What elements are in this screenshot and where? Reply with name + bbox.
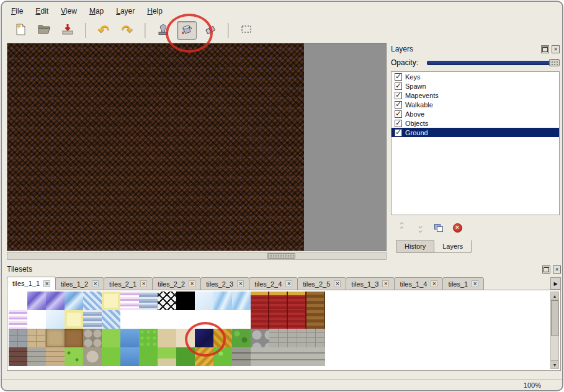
fill-tool-button[interactable] bbox=[177, 21, 197, 40]
tile-brickg2[interactable] bbox=[251, 347, 269, 366]
tile-bluestripe[interactable] bbox=[83, 310, 102, 329]
tile-stonecircle[interactable] bbox=[83, 347, 102, 366]
tile-wood[interactable] bbox=[307, 292, 325, 310]
tile-waterp[interactable] bbox=[27, 292, 46, 310]
new-map-button[interactable] bbox=[11, 21, 30, 40]
tileset-tab[interactable]: tiles_2_3 bbox=[200, 277, 249, 290]
tile-brickdark[interactable] bbox=[9, 347, 27, 366]
tile-navy[interactable] bbox=[195, 329, 213, 347]
tile-carpet[interactable] bbox=[269, 310, 288, 329]
tileset-vertical-scrollbar[interactable]: ▲ ▼ bbox=[550, 292, 559, 369]
tile-empty[interactable] bbox=[195, 310, 213, 329]
layer-row[interactable]: Above bbox=[392, 109, 559, 118]
tile-dirt[interactable] bbox=[65, 329, 83, 347]
scroll-down-arrow[interactable]: ▼ bbox=[551, 360, 558, 368]
tile-sand[interactable] bbox=[158, 329, 176, 347]
rect-select-tool-button[interactable] bbox=[236, 21, 256, 40]
tile-wicker2[interactable] bbox=[195, 347, 213, 366]
close-tab-icon[interactable] bbox=[237, 280, 244, 287]
tile-waterl[interactable] bbox=[232, 292, 251, 310]
save-map-button[interactable] bbox=[58, 21, 78, 40]
tile-grassedge[interactable] bbox=[158, 347, 176, 366]
close-panel-icon[interactable] bbox=[553, 265, 561, 274]
tile-brickg2[interactable] bbox=[269, 347, 288, 366]
map-view[interactable] bbox=[7, 43, 387, 251]
eraser-tool-button[interactable] bbox=[200, 21, 220, 40]
tile-empty[interactable] bbox=[139, 310, 158, 329]
close-tab-icon[interactable] bbox=[431, 280, 437, 287]
layer-visibility-checkbox[interactable] bbox=[395, 101, 402, 109]
tile-tufts[interactable] bbox=[65, 347, 83, 366]
tile-empty[interactable] bbox=[176, 310, 195, 329]
duplicate-layer-button[interactable] bbox=[433, 223, 444, 233]
open-map-button[interactable] bbox=[34, 21, 54, 40]
tile-grassdark[interactable] bbox=[176, 347, 195, 366]
layer-visibility-checkbox[interactable] bbox=[395, 92, 402, 99]
tab-scroll-right-button[interactable] bbox=[550, 277, 561, 290]
close-panel-icon[interactable] bbox=[552, 45, 560, 53]
tile-stonegray[interactable] bbox=[9, 329, 27, 347]
tile-sandlight[interactable] bbox=[176, 329, 195, 347]
tile-bricktan[interactable] bbox=[46, 347, 65, 366]
layer-visibility-checkbox[interactable] bbox=[395, 120, 402, 127]
tile-yellowpane[interactable] bbox=[65, 310, 83, 329]
close-tab-icon[interactable] bbox=[43, 280, 50, 287]
tile-carpettop[interactable] bbox=[251, 292, 269, 310]
tile-rocks[interactable] bbox=[251, 329, 269, 347]
close-tab-icon[interactable] bbox=[472, 280, 478, 287]
tile-grassb[interactable] bbox=[102, 329, 120, 347]
layer-row[interactable]: Mapevents bbox=[392, 91, 559, 100]
tile-waterp[interactable] bbox=[46, 292, 65, 310]
tile-wicker[interactable] bbox=[213, 329, 232, 347]
close-tab-icon[interactable] bbox=[334, 280, 341, 287]
layer-visibility-checkbox[interactable] bbox=[395, 129, 402, 136]
scroll-up-arrow[interactable]: ▲ bbox=[551, 292, 558, 300]
tile-brickg[interactable] bbox=[288, 329, 307, 347]
tile-brickg[interactable] bbox=[269, 329, 288, 347]
tile-cracked[interactable] bbox=[46, 329, 65, 347]
redo-button[interactable]: ↷ bbox=[117, 21, 137, 40]
tile-waterd[interactable] bbox=[120, 329, 139, 347]
tile-paleblue2[interactable] bbox=[46, 310, 65, 329]
tileset-tab[interactable]: tiles_1 bbox=[442, 277, 484, 290]
map-horizontal-scrollbar[interactable] bbox=[7, 252, 387, 260]
tile-grassb2[interactable] bbox=[102, 347, 120, 366]
tileset-tab[interactable]: tiles_2_2 bbox=[152, 277, 201, 290]
tile-brickrow[interactable] bbox=[232, 347, 251, 366]
close-tab-icon[interactable] bbox=[92, 280, 99, 287]
tile-brickgray2[interactable] bbox=[27, 347, 46, 366]
panel-tab[interactable]: Layers bbox=[434, 240, 472, 253]
opacity-slider-handle[interactable] bbox=[549, 59, 560, 66]
tile-brickg2[interactable] bbox=[288, 347, 307, 366]
lower-layer-button[interactable]: ⌄⌄ bbox=[414, 223, 426, 233]
tile-stonetan[interactable] bbox=[27, 329, 46, 347]
tileset-tab[interactable]: tiles_1_4 bbox=[394, 277, 443, 290]
tile-carpettop[interactable] bbox=[269, 292, 288, 310]
opacity-slider-track[interactable] bbox=[427, 61, 560, 65]
tile-paleblue2[interactable] bbox=[195, 292, 213, 310]
tile-empty[interactable] bbox=[120, 310, 139, 329]
menu-item[interactable]: Edit bbox=[30, 5, 54, 17]
tile-waterl[interactable] bbox=[213, 292, 232, 310]
tile-grass2[interactable] bbox=[139, 347, 158, 366]
undo-button[interactable]: ↶ bbox=[94, 21, 114, 40]
tile-black[interactable] bbox=[176, 292, 195, 310]
tile-bluestripe[interactable] bbox=[139, 292, 158, 310]
layer-visibility-checkbox[interactable] bbox=[395, 82, 402, 90]
tile-yellowpane[interactable] bbox=[102, 292, 120, 310]
panel-tab[interactable]: History bbox=[396, 240, 434, 253]
layer-row[interactable]: Keys bbox=[392, 72, 559, 81]
delete-layer-button[interactable] bbox=[452, 223, 463, 233]
tile-cobble[interactable] bbox=[83, 329, 102, 347]
layer-row[interactable]: Walkable bbox=[392, 100, 559, 109]
tileset-tab[interactable]: tiles_1_3 bbox=[346, 277, 395, 290]
tile-pinkstripe[interactable] bbox=[9, 310, 27, 329]
tile-empty[interactable] bbox=[213, 310, 232, 329]
tile-empty[interactable] bbox=[9, 292, 27, 310]
opacity-slider[interactable] bbox=[427, 59, 560, 66]
tile-empty[interactable] bbox=[158, 310, 176, 329]
tile-waterb[interactable] bbox=[65, 292, 83, 310]
tile-empty[interactable] bbox=[232, 310, 251, 329]
menu-item[interactable]: Map bbox=[84, 5, 109, 17]
tileset-tab[interactable]: tiles_2_1 bbox=[104, 277, 153, 290]
